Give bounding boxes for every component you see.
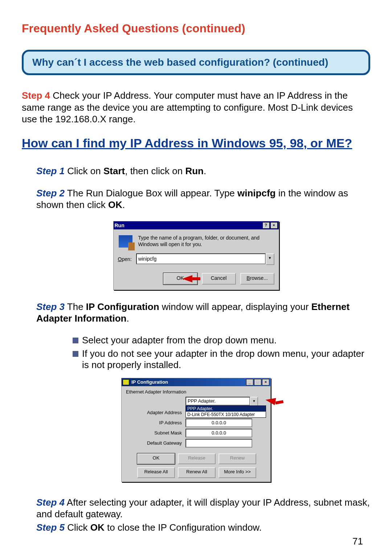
open-dropdown-button[interactable]: ▼ [266, 253, 274, 265]
step3-line: Step 3 The IP Configuration window will … [36, 301, 370, 325]
ip-address-label: IP Address [124, 420, 185, 425]
ok-button[interactable]: OK [137, 453, 175, 464]
release-button: Release [178, 453, 216, 464]
subnet-mask-label: Subnet Mask [124, 430, 185, 436]
adapter-combo[interactable]: PPP Adapter. ▼ PPP Adapter. D-Link DFE-5… [185, 397, 258, 407]
bullet-icon [73, 351, 78, 357]
step2-label: Step 2 [36, 188, 65, 199]
adapter-address-label: Adapter Address [124, 410, 185, 415]
page-number: 71 [352, 536, 363, 547]
step4b-label: Step 4 [36, 497, 65, 508]
step2-line: Step 2 The Run Dialogue Box will appear.… [36, 187, 370, 211]
step1-line: Step 1 Click on Start, then click on Run… [36, 165, 370, 177]
group-label: Ethernet Adapter Information [126, 389, 268, 395]
run-description: Type the name of a program, folder, or d… [138, 234, 274, 248]
step4-label: Step 4 [22, 90, 50, 101]
default-gateway-value [185, 439, 252, 448]
step1-label: Step 1 [36, 166, 65, 176]
close-button[interactable]: × [262, 379, 269, 385]
app-icon [123, 379, 129, 385]
minimize-button[interactable]: _ [246, 379, 253, 385]
adapter-dropdown-list: PPP Adapter. D-Link DFE-550TX 10/100 Ada… [185, 405, 266, 418]
bullet-list: Select your adapter from the drop down m… [73, 335, 370, 371]
default-gateway-label: Default Gateway [124, 440, 185, 446]
adapter-selected: PPP Adapter. [185, 397, 250, 405]
browse-button[interactable]: Browse... [240, 273, 274, 285]
ipconfig-title: IP Configuration [131, 379, 168, 385]
intro-step4: Step 4 Check your IP Address. Your compu… [22, 90, 370, 125]
bullet-text: Select your adapter from the drop down m… [82, 335, 277, 346]
subsection-heading: How can I find my IP Address in Windows … [22, 135, 370, 151]
run-title: Run [115, 223, 124, 228]
annotation-arrow [182, 275, 192, 282]
list-item: If you do not see your adapter in the dr… [73, 348, 370, 371]
maximize-button: □ [254, 379, 261, 385]
step5-line: Step 5 Click OK to close the IP Configur… [36, 522, 370, 534]
bullet-text: If you do not see your adapter in the dr… [82, 348, 370, 371]
ipconfig-titlebar: IP Configuration _ □ × [122, 378, 270, 386]
ip-address-value: 0.0.0.0 [185, 419, 252, 427]
run-icon [118, 234, 133, 248]
faq-question-text: Why can´t I access the web based configu… [32, 57, 360, 68]
more-info-button[interactable]: More Info >> [219, 467, 256, 478]
ok-button[interactable]: OK [163, 273, 197, 285]
release-all-button[interactable]: Release All [137, 467, 175, 478]
bullet-icon [73, 338, 78, 343]
step3-label: Step 3 [36, 301, 65, 312]
ipconfig-window: IP Configuration _ □ × Ethernet Adapter … [121, 378, 271, 482]
cancel-button[interactable]: Cancel [202, 273, 236, 285]
help-button[interactable]: ? [262, 222, 270, 229]
step4b-line: Step 4 After selecting your adapter, it … [36, 497, 370, 520]
renew-all-button[interactable]: Renew All [178, 467, 216, 478]
run-titlebar: Run ? × [114, 221, 279, 229]
section-title: Frequently Asked Questions (continued) [22, 22, 370, 35]
adapter-option[interactable]: D-Link DFE-550TX 10/100 Adapter [186, 412, 266, 417]
list-item: Select your adapter from the drop down m… [73, 335, 370, 346]
renew-button: Renew [219, 453, 256, 464]
open-input[interactable] [136, 253, 266, 264]
run-dialog: Run ? × Type the name of a program, fold… [113, 221, 279, 290]
step4-text: Check your IP Address. Your computer mus… [22, 90, 353, 125]
adapter-option[interactable]: PPP Adapter. [186, 406, 266, 412]
open-label: Open: [118, 256, 132, 262]
faq-question-box: Why can´t I access the web based configu… [22, 50, 370, 75]
step5-label: Step 5 [36, 522, 65, 533]
step4b-text: After selecting your adapter, it will di… [36, 497, 370, 520]
subnet-mask-value: 0.0.0.0 [185, 429, 252, 437]
close-button[interactable]: × [270, 222, 278, 229]
annotation-arrow [265, 396, 276, 405]
